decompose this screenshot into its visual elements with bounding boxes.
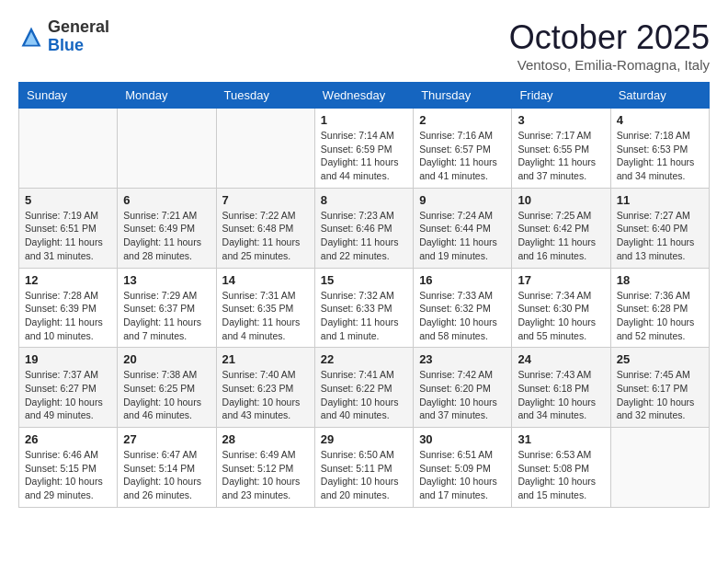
day-number: 15 <box>321 273 407 287</box>
calendar-cell: 24Sunrise: 7:43 AM Sunset: 6:18 PM Dayli… <box>512 348 610 428</box>
day-number: 9 <box>419 193 506 207</box>
calendar-cell: 28Sunrise: 6:49 AM Sunset: 5:12 PM Dayli… <box>216 428 314 508</box>
day-info: Sunrise: 7:18 AM Sunset: 6:53 PM Dayligh… <box>617 129 703 183</box>
day-number: 11 <box>617 193 703 207</box>
title-block: October 2025 Ventoso, Emilia-Romagna, It… <box>509 18 710 73</box>
calendar-cell <box>118 109 216 189</box>
day-info: Sunrise: 7:19 AM Sunset: 6:51 PM Dayligh… <box>25 209 111 263</box>
calendar-cell: 17Sunrise: 7:34 AM Sunset: 6:30 PM Dayli… <box>512 268 610 348</box>
calendar-cell <box>216 109 314 189</box>
calendar-cell: 31Sunrise: 6:53 AM Sunset: 5:08 PM Dayli… <box>512 428 610 508</box>
calendar-week-3: 12Sunrise: 7:28 AM Sunset: 6:39 PM Dayli… <box>19 268 710 348</box>
calendar-cell: 12Sunrise: 7:28 AM Sunset: 6:39 PM Dayli… <box>19 268 118 348</box>
calendar-header: SundayMondayTuesdayWednesdayThursdayFrid… <box>19 83 710 109</box>
day-info: Sunrise: 7:33 AM Sunset: 6:32 PM Dayligh… <box>419 289 506 343</box>
day-number: 7 <box>222 193 309 207</box>
day-info: Sunrise: 7:34 AM Sunset: 6:30 PM Dayligh… <box>518 289 604 343</box>
day-number: 22 <box>321 352 407 366</box>
day-number: 8 <box>321 193 407 207</box>
day-info: Sunrise: 7:25 AM Sunset: 6:42 PM Dayligh… <box>518 209 604 263</box>
day-number: 3 <box>518 113 604 127</box>
calendar-cell: 18Sunrise: 7:36 AM Sunset: 6:28 PM Dayli… <box>610 268 709 348</box>
day-info: Sunrise: 7:45 AM Sunset: 6:17 PM Dayligh… <box>617 368 703 422</box>
day-number: 13 <box>123 273 210 287</box>
weekday-row: SundayMondayTuesdayWednesdayThursdayFrid… <box>19 83 710 109</box>
day-info: Sunrise: 6:53 AM Sunset: 5:08 PM Dayligh… <box>518 448 604 502</box>
calendar-week-2: 5Sunrise: 7:19 AM Sunset: 6:51 PM Daylig… <box>19 188 710 268</box>
day-info: Sunrise: 7:23 AM Sunset: 6:46 PM Dayligh… <box>321 209 407 263</box>
calendar-cell: 3Sunrise: 7:17 AM Sunset: 6:55 PM Daylig… <box>512 109 610 189</box>
day-number: 26 <box>25 432 111 446</box>
day-info: Sunrise: 7:28 AM Sunset: 6:39 PM Dayligh… <box>25 289 111 343</box>
day-info: Sunrise: 7:24 AM Sunset: 6:44 PM Dayligh… <box>419 209 506 263</box>
weekday-header-wednesday: Wednesday <box>314 83 413 109</box>
day-number: 18 <box>617 273 703 287</box>
calendar-cell: 13Sunrise: 7:29 AM Sunset: 6:37 PM Dayli… <box>118 268 216 348</box>
day-number: 5 <box>25 193 111 207</box>
day-info: Sunrise: 7:22 AM Sunset: 6:48 PM Dayligh… <box>222 209 309 263</box>
day-info: Sunrise: 6:49 AM Sunset: 5:12 PM Dayligh… <box>222 448 309 502</box>
day-number: 25 <box>617 352 703 366</box>
day-number: 6 <box>123 193 210 207</box>
day-number: 23 <box>419 352 506 366</box>
calendar-cell <box>610 428 709 508</box>
calendar-cell: 10Sunrise: 7:25 AM Sunset: 6:42 PM Dayli… <box>512 188 610 268</box>
calendar-week-1: 1Sunrise: 7:14 AM Sunset: 6:59 PM Daylig… <box>19 109 710 189</box>
weekday-header-saturday: Saturday <box>610 83 709 109</box>
weekday-header-sunday: Sunday <box>19 83 118 109</box>
day-info: Sunrise: 6:50 AM Sunset: 5:11 PM Dayligh… <box>321 448 407 502</box>
day-info: Sunrise: 7:14 AM Sunset: 6:59 PM Dayligh… <box>321 129 407 183</box>
calendar-cell: 8Sunrise: 7:23 AM Sunset: 6:46 PM Daylig… <box>314 188 413 268</box>
calendar-cell: 22Sunrise: 7:41 AM Sunset: 6:22 PM Dayli… <box>314 348 413 428</box>
calendar-week-5: 26Sunrise: 6:46 AM Sunset: 5:15 PM Dayli… <box>19 428 710 508</box>
calendar-cell: 9Sunrise: 7:24 AM Sunset: 6:44 PM Daylig… <box>414 188 512 268</box>
calendar-cell: 7Sunrise: 7:22 AM Sunset: 6:48 PM Daylig… <box>216 188 314 268</box>
logo-icon <box>18 24 44 50</box>
day-number: 20 <box>123 352 210 366</box>
calendar-cell: 11Sunrise: 7:27 AM Sunset: 6:40 PM Dayli… <box>610 188 709 268</box>
calendar-cell: 21Sunrise: 7:40 AM Sunset: 6:23 PM Dayli… <box>216 348 314 428</box>
day-number: 4 <box>617 113 703 127</box>
weekday-header-thursday: Thursday <box>414 83 512 109</box>
logo-text: General Blue <box>48 18 109 55</box>
day-number: 10 <box>518 193 604 207</box>
day-number: 2 <box>419 113 506 127</box>
day-number: 14 <box>222 273 309 287</box>
day-info: Sunrise: 7:38 AM Sunset: 6:25 PM Dayligh… <box>123 368 210 422</box>
calendar-week-4: 19Sunrise: 7:37 AM Sunset: 6:27 PM Dayli… <box>19 348 710 428</box>
day-number: 17 <box>518 273 604 287</box>
weekday-header-tuesday: Tuesday <box>216 83 314 109</box>
day-number: 1 <box>321 113 407 127</box>
calendar-cell: 1Sunrise: 7:14 AM Sunset: 6:59 PM Daylig… <box>314 109 413 189</box>
day-number: 16 <box>419 273 506 287</box>
day-info: Sunrise: 6:51 AM Sunset: 5:09 PM Dayligh… <box>419 448 506 502</box>
calendar-cell: 6Sunrise: 7:21 AM Sunset: 6:49 PM Daylig… <box>118 188 216 268</box>
day-number: 29 <box>321 432 407 446</box>
calendar-cell: 2Sunrise: 7:16 AM Sunset: 6:57 PM Daylig… <box>414 109 512 189</box>
calendar-cell: 19Sunrise: 7:37 AM Sunset: 6:27 PM Dayli… <box>19 348 118 428</box>
calendar-cell: 23Sunrise: 7:42 AM Sunset: 6:20 PM Dayli… <box>414 348 512 428</box>
calendar-cell: 16Sunrise: 7:33 AM Sunset: 6:32 PM Dayli… <box>414 268 512 348</box>
day-info: Sunrise: 7:27 AM Sunset: 6:40 PM Dayligh… <box>617 209 703 263</box>
day-number: 27 <box>123 432 210 446</box>
day-info: Sunrise: 7:36 AM Sunset: 6:28 PM Dayligh… <box>617 289 703 343</box>
day-number: 19 <box>25 352 111 366</box>
calendar-body: 1Sunrise: 7:14 AM Sunset: 6:59 PM Daylig… <box>19 109 710 508</box>
day-number: 24 <box>518 352 604 366</box>
calendar-cell <box>19 109 118 189</box>
calendar-cell: 27Sunrise: 6:47 AM Sunset: 5:14 PM Dayli… <box>118 428 216 508</box>
weekday-header-friday: Friday <box>512 83 610 109</box>
day-info: Sunrise: 7:41 AM Sunset: 6:22 PM Dayligh… <box>321 368 407 422</box>
calendar-cell: 4Sunrise: 7:18 AM Sunset: 6:53 PM Daylig… <box>610 109 709 189</box>
day-info: Sunrise: 6:46 AM Sunset: 5:15 PM Dayligh… <box>25 448 111 502</box>
calendar-cell: 20Sunrise: 7:38 AM Sunset: 6:25 PM Dayli… <box>118 348 216 428</box>
logo: General Blue <box>18 18 109 55</box>
calendar-table: SundayMondayTuesdayWednesdayThursdayFrid… <box>18 82 710 508</box>
day-number: 31 <box>518 432 604 446</box>
day-number: 12 <box>25 273 111 287</box>
day-info: Sunrise: 7:32 AM Sunset: 6:33 PM Dayligh… <box>321 289 407 343</box>
calendar-cell: 15Sunrise: 7:32 AM Sunset: 6:33 PM Dayli… <box>314 268 413 348</box>
logo-blue: Blue <box>48 36 84 54</box>
day-number: 21 <box>222 352 309 366</box>
page-header: General Blue October 2025 Ventoso, Emili… <box>18 18 710 73</box>
